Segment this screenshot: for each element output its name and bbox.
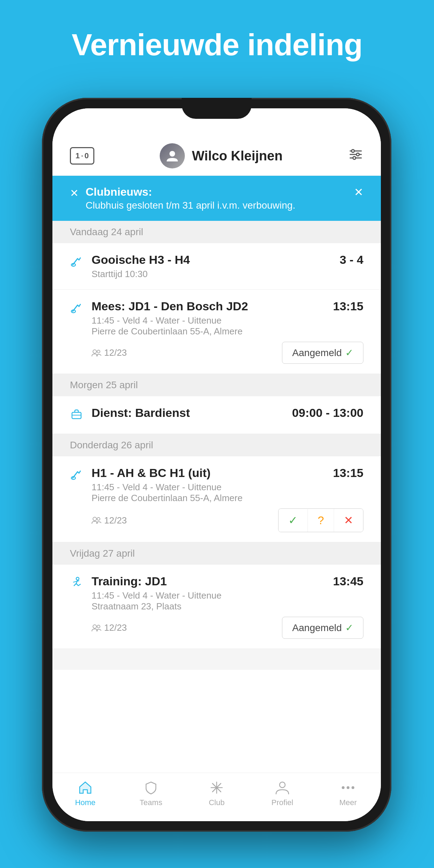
event-address-4: Pierre de Coubertinlaan 55-A, Almere: [92, 493, 363, 504]
event-title-5: Training: JD1: [92, 574, 167, 588]
hockey-icon-1: [70, 254, 83, 271]
bottom-nav: Home Teams Club: [52, 773, 381, 821]
phone-shell: 1·0 Wilco Kleijnen: [42, 98, 391, 832]
phone-notch: [182, 98, 252, 119]
response-maybe-4[interactable]: ?: [308, 509, 334, 532]
nav-label-meer: Meer: [339, 798, 357, 807]
event-time-5: 13:45: [333, 574, 363, 588]
hockey-icon-2: [70, 301, 83, 317]
app-header: 1·0 Wilco Kleijnen: [52, 136, 381, 176]
svg-point-26: [352, 786, 354, 789]
event-players-2: 12/23: [92, 347, 127, 358]
news-title: Clubnieuws:: [86, 186, 295, 198]
event-content-5: Training: JD1 13:45 11:45 - Veld 4 - Wat…: [92, 574, 363, 639]
event-address-2: Pierre de Coubertinlaan 55-A, Almere: [92, 326, 363, 337]
event-content-4: H1 - AH & BC H1 (uit) 13:15 11:45 - Veld…: [92, 466, 363, 532]
svg-point-7: [71, 263, 75, 266]
schedule-list: Vandaag 24 april Gooische H3 - H4 3 - 4: [52, 221, 381, 773]
event-content-3: Dienst: Bardienst 09:00 - 13:00: [92, 406, 363, 420]
svg-point-14: [93, 517, 96, 521]
svg-point-0: [169, 151, 175, 157]
event-address-5: Straatnaam 23, Plaats: [92, 601, 363, 612]
svg-point-8: [71, 310, 75, 313]
screen-content: 1·0 Wilco Kleijnen: [52, 108, 381, 821]
page-title: Vernieuwde indeling: [0, 0, 434, 62]
svg-point-24: [342, 786, 345, 789]
news-banner: ✕ Clubnieuws: Clubhuis gesloten t/m 31 a…: [52, 176, 381, 221]
response-yes-4[interactable]: ✓: [279, 509, 308, 532]
nav-item-teams[interactable]: Teams: [118, 780, 184, 807]
day-header-2: Morgen 25 april: [52, 374, 381, 396]
event-title-1: Gooische H3 - H4: [92, 253, 190, 267]
news-dismiss-icon[interactable]: ✕: [70, 187, 79, 199]
response-buttons-4[interactable]: ✓ ? ✕: [278, 508, 363, 532]
event-players-5: 12/23: [92, 622, 127, 633]
filter-icon[interactable]: [348, 147, 363, 165]
nav-item-home[interactable]: Home: [52, 780, 118, 807]
event-time-1: 3 - 4: [340, 253, 363, 267]
nav-item-meer[interactable]: Meer: [315, 780, 381, 807]
day-header-3: Donderdag 26 april: [52, 434, 381, 456]
svg-point-25: [347, 786, 349, 789]
day-header-4: Vrijdag 27 april: [52, 542, 381, 565]
avatar: [160, 143, 185, 168]
event-subtitle-1: Starttijd 10:30: [92, 269, 363, 280]
svg-point-4: [352, 150, 354, 152]
svg-point-18: [97, 625, 100, 628]
nav-label-home: Home: [75, 798, 96, 807]
event-row-4: H1 - AH & BC H1 (uit) 13:15 11:45 - Veld…: [52, 456, 381, 542]
event-time-3: 09:00 - 13:00: [292, 406, 363, 420]
day-header-1: Vandaag 24 april: [52, 221, 381, 243]
event-subtitle-4: 11:45 - Veld 4 - Water - Uittenue: [92, 482, 363, 493]
nav-item-profiel[interactable]: Profiel: [249, 780, 315, 807]
aangemeld-button-2[interactable]: Aangemeld ✓: [282, 342, 363, 364]
svg-point-15: [97, 518, 100, 520]
svg-point-5: [356, 153, 359, 156]
hockey-icon-4: [70, 468, 83, 484]
event-row-2: Mees: JD1 - Den Bosch JD2 13:15 11:45 - …: [52, 290, 381, 374]
briefcase-icon: [70, 407, 83, 424]
event-row-3: Dienst: Bardienst 09:00 - 13:00: [52, 396, 381, 434]
event-time-4: 13:15: [333, 466, 363, 480]
event-content-1: Gooische H3 - H4 3 - 4 Starttijd 10:30: [92, 253, 363, 280]
svg-point-10: [97, 350, 100, 353]
header-center: Wilco Kleijnen: [160, 143, 282, 168]
svg-point-17: [93, 625, 96, 628]
phone-screen: 1·0 Wilco Kleijnen: [52, 108, 381, 821]
event-title-4: H1 - AH & BC H1 (uit): [92, 466, 211, 480]
event-row-5: Training: JD1 13:45 11:45 - Veld 4 - Wat…: [52, 565, 381, 649]
svg-point-6: [353, 157, 356, 159]
nav-label-teams: Teams: [140, 798, 162, 807]
event-title-2: Mees: JD1 - Den Bosch JD2: [92, 299, 248, 313]
event-content-2: Mees: JD1 - Den Bosch JD2 13:15 11:45 - …: [92, 299, 363, 364]
running-icon: [70, 576, 83, 592]
nav-item-club[interactable]: Club: [184, 780, 249, 807]
header-username: Wilco Kleijnen: [192, 149, 282, 164]
nav-label-club: Club: [209, 798, 224, 807]
event-title-3: Dienst: Bardienst: [92, 406, 190, 420]
news-close-icon[interactable]: ✕: [354, 186, 363, 199]
score-icon: 1·0: [70, 147, 94, 165]
svg-point-9: [93, 350, 96, 353]
event-time-2: 13:15: [333, 299, 363, 313]
response-no-4[interactable]: ✕: [334, 509, 363, 532]
svg-point-13: [71, 477, 75, 479]
event-subtitle-2: 11:45 - Veld 4 - Water - Uittenue: [92, 315, 363, 326]
event-players-4: 12/23: [92, 515, 127, 526]
event-row-1: Gooische H3 - H4 3 - 4 Starttijd 10:30: [52, 243, 381, 290]
nav-label-profiel: Profiel: [272, 798, 293, 807]
aangemeld-button-5[interactable]: Aangemeld ✓: [282, 617, 363, 639]
svg-point-23: [280, 782, 285, 788]
news-body: Clubhuis gesloten t/m 31 april i.v.m. ve…: [86, 200, 295, 211]
event-subtitle-5: 11:45 - Veld 4 - Water - Uittenue: [92, 590, 363, 601]
